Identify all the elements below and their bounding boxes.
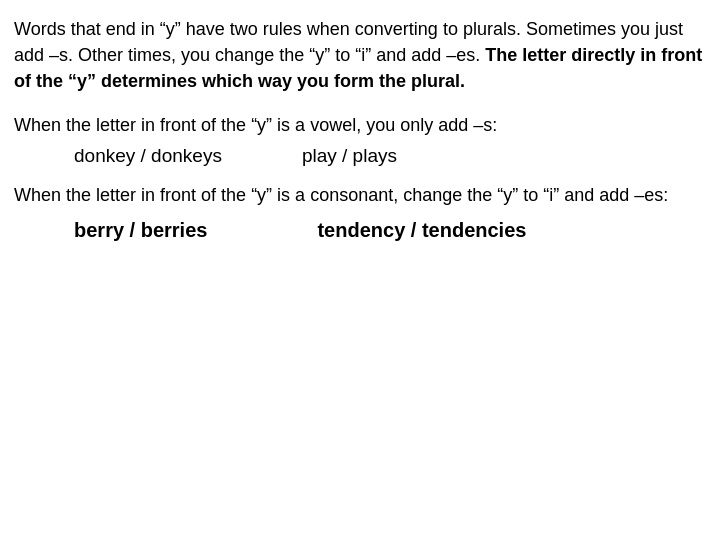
tendency-pre: tendenc xyxy=(317,219,394,241)
donkey-post: y / donkeys xyxy=(126,145,222,166)
example-play: play / plays xyxy=(302,142,397,170)
berry-pre: ber xyxy=(74,219,105,241)
vowel-examples-row: donkey / donkeys play / plays xyxy=(74,142,706,170)
page-container: Words that end in “y” have two rules whe… xyxy=(0,0,720,540)
donkey-underlined: e xyxy=(115,145,126,166)
example-tendency: tendency / tendencies xyxy=(317,216,526,245)
berry-underlined: r xyxy=(105,219,113,241)
play-post: y / plays xyxy=(327,145,397,166)
paragraph-1: Words that end in “y” have two rules whe… xyxy=(14,16,706,94)
consonant-examples-row: berry / berries tendency / tendencies xyxy=(74,216,706,245)
tendency-post: / tendencies xyxy=(405,219,526,241)
example-berry: berry / berries xyxy=(74,216,207,245)
tendency-underlined: y xyxy=(394,219,405,241)
example-donkey: donkey / donkeys xyxy=(74,142,222,170)
play-underlined: a xyxy=(317,145,328,166)
paragraph-3: When the letter in front of the “y” is a… xyxy=(14,182,706,245)
donkey-pre: donk xyxy=(74,145,115,166)
play-pre: pl xyxy=(302,145,317,166)
paragraph-2: When the letter in front of the “y” is a… xyxy=(14,112,706,174)
paragraph-3-intro: When the letter in front of the “y” is a… xyxy=(14,182,706,208)
paragraph-2-intro: When the letter in front of the “y” is a… xyxy=(14,112,706,138)
berry-post: y / berries xyxy=(113,219,208,241)
